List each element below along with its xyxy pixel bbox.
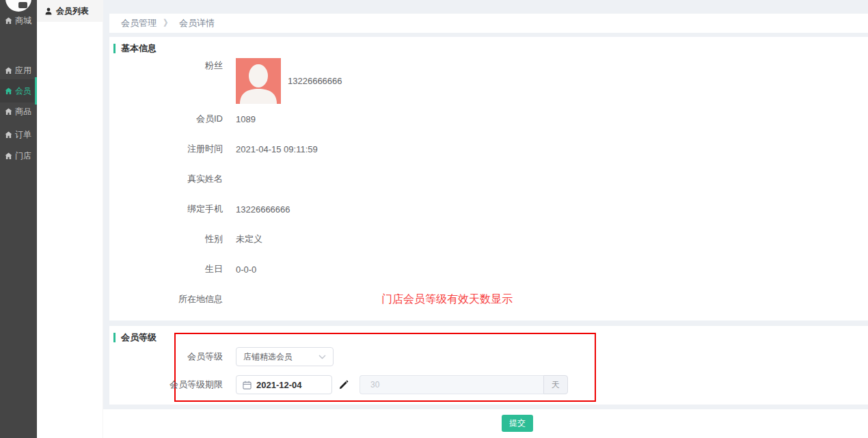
field-label: 所在地信息 <box>109 293 236 305</box>
submenu-item-member-list[interactable]: 会员列表 <box>37 0 103 22</box>
home-icon <box>5 67 12 74</box>
member-level-select-value: 店铺精选会员 <box>243 351 293 363</box>
field-row-birthday: 生日 0-0-0 <box>109 254 868 284</box>
primary-sidebar: 商城 应用 会员 商品 订单 门店 <box>0 0 37 438</box>
section-title-text: 会员等级 <box>121 331 157 344</box>
home-icon <box>5 17 12 25</box>
breadcrumb: 会员管理 》 会员详情 <box>109 14 868 33</box>
member-level-title: 会员等级 <box>113 331 157 344</box>
sidebar-item-label: 应用 <box>15 65 31 77</box>
field-row-fan: 粉丝 13226666666 <box>109 58 868 104</box>
section-accent-bar <box>113 333 116 342</box>
submit-button[interactable]: 提交 <box>502 415 533 432</box>
level-days-input-disabled: 30 <box>360 375 543 394</box>
member-level-panel: 会员等级 会员等级 店铺精选会员 会员等级期限 <box>109 326 868 405</box>
field-value: 13226666666 <box>236 204 290 215</box>
field-label: 生日 <box>109 263 236 275</box>
field-label: 绑定手机 <box>109 203 236 215</box>
field-row-member-level: 会员等级 店铺精选会员 <box>109 346 868 367</box>
home-icon <box>5 131 12 139</box>
sidebar-item-label: 订单 <box>15 129 31 141</box>
pencil-icon[interactable] <box>338 380 349 390</box>
field-row-register-time: 注册时间 2021-04-15 09:11:59 <box>109 134 868 164</box>
field-label: 注册时间 <box>109 143 236 155</box>
footer-bar: 提交 <box>103 409 868 438</box>
breadcrumb-separator: 》 <box>163 17 172 29</box>
page: 商城 应用 会员 商品 订单 门店 会员列表 <box>0 0 868 438</box>
field-label: 会员等级期限 <box>109 379 236 391</box>
field-label: 会员等级 <box>109 351 236 363</box>
field-row-gender: 性别 未定义 <box>109 224 868 254</box>
field-value: 未定义 <box>236 233 262 245</box>
field-value: 0-0-0 <box>236 264 256 275</box>
field-label: 真实姓名 <box>109 173 236 185</box>
breadcrumb-parent[interactable]: 会员管理 <box>121 17 157 29</box>
annotation-text: 门店会员等级有效天数显示 <box>381 292 513 307</box>
sidebar-item-label: 商城 <box>15 15 31 27</box>
member-level-select[interactable]: 店铺精选会员 <box>236 347 334 366</box>
user-icon <box>45 8 52 15</box>
calendar-icon <box>243 381 252 389</box>
section-title-text: 基本信息 <box>121 42 157 55</box>
avatar <box>236 58 281 104</box>
sidebar-item-label: 门店 <box>15 150 31 162</box>
sidebar-item-orders[interactable]: 订单 <box>0 123 37 146</box>
field-row-member-id: 会员ID 1089 <box>109 104 868 134</box>
level-days-unit: 天 <box>543 375 568 394</box>
field-row-bound-phone: 绑定手机 13226666666 <box>109 194 868 224</box>
basic-info-title: 基本信息 <box>113 42 157 55</box>
field-label: 会员ID <box>109 113 236 125</box>
home-icon <box>5 87 12 95</box>
field-row-real-name: 真实姓名 <box>109 164 868 194</box>
sidebar-item-apps[interactable]: 应用 <box>0 59 37 82</box>
sidebar-item-stores[interactable]: 门店 <box>0 144 37 167</box>
field-value: 1089 <box>236 114 256 124</box>
sidebar-item-label: 会员 <box>15 85 31 97</box>
submenu-item-label: 会员列表 <box>56 5 89 17</box>
avatar-silhouette-icon <box>236 58 281 104</box>
level-days-group: 30 天 <box>360 375 568 394</box>
field-value: 2021-04-15 09:11:59 <box>236 144 318 154</box>
field-label: 粉丝 <box>109 58 236 72</box>
section-accent-bar <box>113 44 116 53</box>
home-icon <box>5 152 12 160</box>
chevron-down-icon <box>318 355 326 359</box>
fan-phone: 13226666666 <box>288 76 342 86</box>
sidebar-item-label: 商品 <box>15 106 31 118</box>
breadcrumb-current: 会员详情 <box>179 17 215 29</box>
secondary-sidebar: 会员列表 <box>37 0 103 438</box>
sidebar-item-members[interactable]: 会员 <box>0 79 37 102</box>
sidebar-item-goods[interactable]: 商品 <box>0 100 37 123</box>
basic-info-form: 粉丝 13226666666 会员ID 1089 <box>109 58 868 314</box>
main-content: 会员管理 》 会员详情 基本信息 粉丝 <box>103 0 868 438</box>
basic-info-panel: 基本信息 粉丝 13226666666 <box>109 37 868 320</box>
sidebar-item-mall[interactable]: 商城 <box>0 9 37 32</box>
field-row-level-term: 会员等级期限 2021-12-04 <box>109 375 868 394</box>
level-expiry-date-input[interactable]: 2021-12-04 <box>236 375 332 394</box>
level-expiry-date-value: 2021-12-04 <box>256 380 302 390</box>
field-label: 性别 <box>109 233 236 245</box>
logo-mark <box>18 2 27 8</box>
home-icon <box>5 108 12 115</box>
